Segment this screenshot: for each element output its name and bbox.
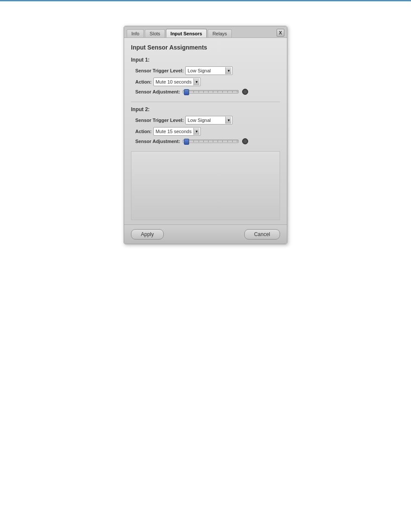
input2-action-arrow[interactable]: ▼ (193, 128, 199, 135)
input2-trigger-dropdown[interactable]: Low Signal ▼ (185, 116, 233, 124)
input1-action-row: Action: Mute 10 seconds ▼ (131, 78, 280, 86)
input1-action-dropdown[interactable]: Mute 10 seconds ▼ (153, 78, 201, 86)
apply-button[interactable]: Apply (131, 229, 164, 240)
input1-trigger-arrow[interactable]: ▼ (225, 67, 231, 74)
input1-trigger-value: Low Signal (187, 68, 225, 73)
input2-slider-thumb[interactable] (184, 139, 189, 145)
tab-info[interactable]: Info (127, 29, 144, 37)
input1-adjustment-label: Sensor Adjustment: (135, 89, 180, 94)
input2-slider-row: Sensor Adjustment: (131, 138, 280, 144)
button-bar: Apply Cancel (124, 224, 287, 244)
input2-slider-track[interactable] (183, 140, 239, 143)
input1-action-arrow[interactable]: ▼ (193, 78, 199, 85)
input1-slider-thumb[interactable] (184, 89, 189, 95)
input1-ticks (183, 91, 238, 93)
input2-action-row: Action: Mute 15 seconds ▼ (131, 127, 280, 136)
tab-input-sensors[interactable]: Input Sensors (166, 29, 207, 37)
empty-area (131, 151, 280, 220)
dialog: Info Slots Input Sensors Relays X Input … (124, 26, 287, 244)
input1-trigger-dropdown[interactable]: Low Signal ▼ (185, 66, 233, 75)
input2-action-value: Mute 15 seconds (155, 129, 193, 134)
content-area: Input Sensor Assignments Input 1: Sensor… (124, 38, 287, 224)
input2-trigger-value: Low Signal (187, 118, 225, 123)
input1-action-label: Action: (135, 79, 152, 84)
tab-relays[interactable]: Relays (208, 29, 232, 37)
input1-slider-row: Sensor Adjustment: (131, 89, 280, 95)
tab-bar: Info Slots Input Sensors Relays X (124, 26, 287, 38)
input2-group: Input 2: Sensor Trigger Level: Low Signa… (131, 106, 280, 144)
input1-trigger-row: Sensor Trigger Level: Low Signal ▼ (131, 66, 280, 75)
input2-indicator[interactable] (242, 138, 248, 144)
tab-slots[interactable]: Slots (145, 29, 165, 37)
input2-trigger-row: Sensor Trigger Level: Low Signal ▼ (131, 116, 280, 124)
input2-ticks (183, 140, 238, 142)
input2-adjustment-label: Sensor Adjustment: (135, 139, 180, 144)
input1-slider-track[interactable] (183, 90, 239, 93)
input1-action-value: Mute 10 seconds (155, 79, 193, 84)
input2-action-dropdown[interactable]: Mute 15 seconds ▼ (153, 127, 201, 136)
input1-trigger-label: Sensor Trigger Level: (135, 68, 184, 73)
input1-label: Input 1: (131, 57, 280, 63)
divider (131, 102, 280, 102)
input2-label: Input 2: (131, 106, 280, 112)
section-title: Input Sensor Assignments (131, 44, 280, 51)
input2-trigger-arrow[interactable]: ▼ (225, 117, 231, 124)
input2-trigger-label: Sensor Trigger Level: (135, 118, 184, 123)
input1-indicator[interactable] (242, 89, 248, 95)
cancel-button[interactable]: Cancel (244, 229, 280, 240)
input2-action-label: Action: (135, 129, 152, 134)
input1-group: Input 1: Sensor Trigger Level: Low Signa… (131, 57, 280, 95)
close-button[interactable]: X (277, 29, 284, 37)
